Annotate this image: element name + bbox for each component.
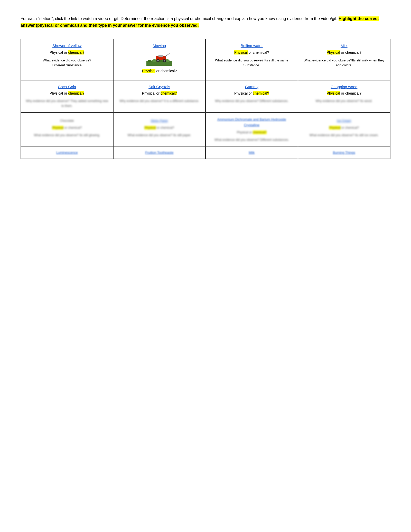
cell-question: Physical or chemical? (210, 50, 294, 55)
cell-evidence-blurred: What evidence did you observe? Its still… (25, 133, 109, 138)
svg-point-11 (164, 60, 165, 61)
cell-evidence-blurred: What evidence did you observe? Its still… (118, 133, 201, 138)
cell-question: Physical or chemical? (25, 91, 109, 96)
cell-evidence: What evidence did you observe? Its still… (210, 58, 294, 68)
cell-mowing: Mowing (113, 39, 206, 80)
cell-question: Physical or chemical? (118, 125, 201, 130)
cell-gummy: Gummy Physical or chemical? Why evidence… (206, 80, 298, 113)
cell-question: Physical or chemical? (25, 50, 109, 55)
chemical-answer: chemical? (68, 50, 84, 54)
cell-shower-yellow: Shower of yellow Physical or chemical? W… (21, 39, 113, 80)
cell-salt-crystals: Salt Crystals Physical or chemical? Why … (113, 80, 206, 113)
cell-milk: Milk Physical or chemical? What evidence… (298, 39, 390, 80)
cell-title: Ammonium Dichromate and Barium Hydroxide… (210, 116, 294, 128)
svg-point-2 (152, 59, 157, 62)
cell-evidence-blurred: Why evidence did you observe? It is a di… (118, 99, 201, 104)
cell-boiling-water: Boiling water Physical or chemical? What… (206, 39, 298, 80)
cell-evidence-blurred: What evidence did you observe? Different… (210, 137, 294, 142)
cell-title: Boiling water (210, 43, 294, 49)
cell-evidence-blurred: Why evidence did you observe? They added… (25, 99, 109, 108)
cell-title: Coca-Cola (25, 84, 109, 90)
cell-question: Physical or chemical? (25, 125, 109, 130)
physical-answer: Physical (142, 69, 155, 73)
table-row: Chocolate Physical or chemical? What evi… (21, 113, 390, 146)
cell-evidence: What evidence did you observe?Its still … (302, 58, 386, 68)
cell-evidence-blurred: Why evidence did you observe? Different … (210, 99, 294, 104)
physical-answer: Physical (234, 50, 248, 54)
chemical-answer: chemical? (68, 91, 84, 95)
cell-title: Gummy (210, 84, 294, 90)
bottom-link-4[interactable]: Burning Things (302, 150, 386, 155)
table-row-bottom: Luminescence Fruition Toothpaste Milk Bu… (21, 146, 390, 159)
cell-bottom-2: Fruition Toothpaste (113, 146, 206, 159)
bottom-link-2[interactable]: Fruition Toothpaste (118, 150, 201, 155)
cell-sticky-paper: Sticky Paper Physical or chemical? What … (113, 113, 206, 146)
cell-evidence-blurred: What evidence did you observe? Its still… (302, 133, 386, 138)
svg-line-6 (165, 54, 169, 57)
cell-ice-cream: Ice Cream Physical or chemical? What evi… (298, 113, 390, 146)
cell-chopping-wood: Chopping wood Physical or chemical? Why … (298, 80, 390, 113)
mowing-link[interactable]: Mowing (153, 43, 166, 48)
cell-title: Milk (302, 43, 386, 49)
cell-evidence-blurred: Why evidence did you observe? Its wood. (302, 99, 386, 104)
physical-answer: Physical (327, 91, 340, 95)
cell-question: Physical or chemical? (302, 125, 386, 130)
cell-question: Physical or chemical? (210, 130, 294, 135)
intro-text-1: For each “station”, click the link to wa… (21, 16, 339, 21)
table-row: Shower of yellow Physical or chemical? W… (21, 39, 390, 80)
chemical-answer: chemical? (161, 91, 177, 95)
cell-question: Physical or chemical? (210, 91, 294, 96)
chemical-answer: chemical? (253, 131, 267, 134)
cell-question: Physical or chemical? (302, 50, 386, 55)
salt-crystals-link[interactable]: Salt Crystals (148, 85, 170, 89)
svg-point-9 (157, 60, 159, 61)
cell-title: Salt Crystals (118, 84, 201, 90)
cell-title: Chocolate (25, 118, 109, 123)
cell-bottom-4: Burning Things (298, 146, 390, 159)
physical-answer: Physical (329, 126, 341, 130)
svg-point-1 (148, 60, 152, 62)
bottom-link-1[interactable]: Luminescence (25, 150, 109, 155)
cell-coca-cola: Coca-Cola Physical or chemical? Why evid… (21, 80, 113, 113)
cell-title: Shower of yellow (25, 43, 109, 49)
gummy-link[interactable]: Gummy (245, 85, 259, 89)
chopping-wood-link[interactable]: Chopping wood (331, 85, 357, 89)
sticky-paper-link[interactable]: Sticky Paper (151, 119, 168, 123)
physical-answer: Physical (327, 50, 340, 54)
cell-ammonium-dichromate: Ammonium Dichromate and Barium Hydroxide… (206, 113, 298, 146)
physical-answer: Physical (52, 126, 64, 130)
ammonium-link[interactable]: Ammonium Dichromate and Barium Hydroxide… (217, 117, 286, 127)
cell-title: Sticky Paper (118, 118, 201, 123)
cell-title: Chopping wood (302, 84, 386, 90)
cell-chocolate: Chocolate Physical or chemical? What evi… (21, 113, 113, 146)
boiling-water-link[interactable]: Boiling water (241, 43, 263, 48)
chemical-answer: chemical? (253, 91, 269, 95)
table-row: Coca-Cola Physical or chemical? Why evid… (21, 80, 390, 113)
cell-bottom-1: Luminescence (21, 146, 113, 159)
cell-question: Physical or chemical? (302, 91, 386, 96)
ice-cream-link[interactable]: Ice Cream (337, 119, 351, 123)
bottom-link-3[interactable]: Milk (210, 150, 294, 155)
cell-bottom-3: Milk (206, 146, 298, 159)
physical-answer: Physical (144, 126, 156, 130)
mowing-image (146, 51, 172, 66)
intro-paragraph: For each “station”, click the link to wa… (21, 15, 390, 29)
cell-title: Ice Cream (302, 118, 386, 123)
cell-evidence: What evidence did you observe?Different … (25, 58, 109, 68)
cell-question: Physical or chemical? (118, 91, 201, 96)
svg-rect-12 (158, 55, 163, 57)
cell-title: Mowing (118, 43, 201, 49)
cell-question: Physical or chemical? (118, 68, 201, 74)
milk-link[interactable]: Milk (341, 43, 348, 48)
coca-cola-link[interactable]: Coca-Cola (58, 85, 76, 89)
stations-table: Shower of yellow Physical or chemical? W… (21, 39, 390, 159)
shower-yellow-link[interactable]: Shower of yellow (52, 43, 81, 48)
